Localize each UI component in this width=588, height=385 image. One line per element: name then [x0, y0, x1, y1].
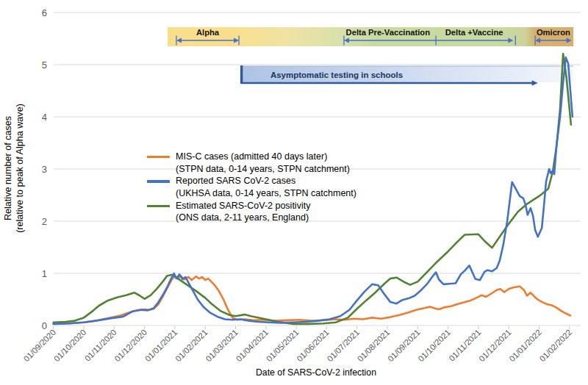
series-line-misc [54, 276, 570, 324]
legend-swatch [147, 180, 170, 182]
variant-label: Omicron [537, 28, 570, 37]
legend-series-subtitle: (ONS data, 2-11 years, England) [176, 212, 310, 224]
y-axis-title-line2: (relative to peak of Alpha wave) [14, 43, 26, 293]
legend-series-subtitle: (STPN data, 0-14 years, STPN catchment) [176, 163, 350, 176]
legend-text: Reported SARS CoV-2 cases(UKHSA data, 0-… [176, 175, 356, 199]
y-tick-label: 0 [42, 320, 47, 331]
legend-swatch [147, 156, 170, 158]
legend-text: Estimated SARS-CoV-2 positivity(ONS data… [176, 200, 310, 224]
legend-series-name: MIS-C cases (admitted 40 days later) [176, 151, 350, 163]
y-axis-title-line1: Relative number of cases [2, 43, 14, 293]
variant-label: Delta Pre-Vaccination [346, 28, 431, 37]
y-axis-title: Relative number of cases (relative to pe… [2, 43, 29, 293]
y-tick-label: 2 [42, 216, 47, 227]
legend-item-misc: MIS-C cases (admitted 40 days later)(STP… [147, 151, 356, 175]
y-tick-label: 6 [42, 7, 47, 18]
legend-item-positivity: Estimated SARS-CoV-2 positivity(ONS data… [147, 200, 356, 224]
variant-label: Alpha [196, 28, 220, 37]
x-tick-label: 01/10/2020 [52, 328, 87, 363]
schools-bar-left-border [240, 65, 243, 84]
legend-swatch [147, 205, 170, 207]
schools-testing-bar: Asymptomatic testing in schools [240, 65, 573, 86]
chart-canvas: AlphaDelta Pre-VaccinationDelta +Vaccine… [0, 0, 588, 385]
legend: MIS-C cases (admitted 40 days later)(STP… [147, 151, 356, 224]
y-tick-label: 3 [42, 164, 47, 175]
schools-bar-label: Asymptomatic testing in schools [270, 71, 403, 79]
variant-period-band: AlphaDelta Pre-VaccinationDelta +Vaccine… [168, 27, 573, 46]
legend-series-name: Estimated SARS-CoV-2 positivity [176, 200, 310, 212]
legend-text: MIS-C cases (admitted 40 days later)(STP… [176, 151, 350, 175]
y-tick-label: 1 [42, 268, 47, 279]
legend-series-name: Reported SARS CoV-2 cases [176, 175, 356, 187]
x-tick-label: 01/02/2022 [538, 328, 573, 363]
legend-item-reported-cases: Reported SARS CoV-2 cases(UKHSA data, 0-… [147, 175, 356, 199]
y-tick-label: 5 [42, 60, 47, 71]
variant-label: Delta +Vaccine [445, 28, 503, 37]
legend-series-subtitle: (UKHSA data, 0-14 years, STPN catchment) [176, 187, 356, 200]
x-axis-title: Date of SARS-CoV-2 infection [206, 367, 426, 378]
x-tick-label: 01/10/2021 [417, 328, 452, 363]
y-tick-label: 4 [42, 112, 47, 123]
